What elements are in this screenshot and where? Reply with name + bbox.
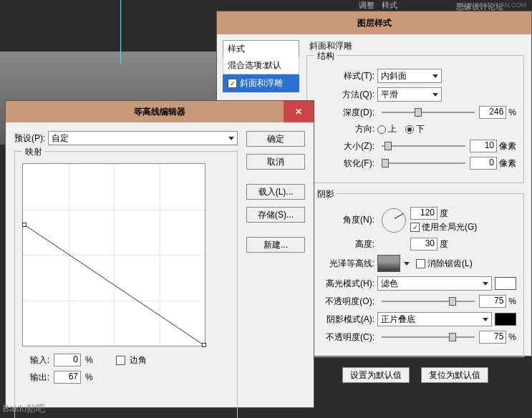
blend-options-item[interactable]: 混合选项:默认 [223,57,299,74]
ok-button[interactable]: 确定 [246,131,305,147]
shadow-color-swatch[interactable] [495,313,516,326]
size-label: 大小(Z): [314,140,377,152]
depth-slider[interactable] [382,108,475,117]
contour-canvas[interactable] [22,163,205,346]
depth-label: 深度(D): [314,107,377,119]
save-button[interactable]: 存储(S)... [246,207,305,223]
output-value[interactable]: 67 [54,371,81,384]
up-text: 上 [388,123,397,135]
watermark: Baidu贴吧 [3,402,45,415]
pct-2: % [508,296,516,306]
style-list-header[interactable]: 样式 [223,40,299,57]
depth-value[interactable]: 246 [479,106,506,119]
load-button[interactable]: 载入(L)... [246,184,305,200]
antialias-checkbox[interactable] [416,259,425,268]
shadow-opacity-value[interactable]: 75 [479,331,506,344]
highlight-opacity-slider[interactable] [382,297,475,306]
gloss-contour-label: 光泽等高线: [314,258,377,270]
cancel-button[interactable]: 取消 [246,154,305,170]
input-value[interactable]: 0 [54,354,81,366]
soften-slider[interactable] [382,159,465,167]
contour-curve [23,164,206,347]
altitude-value[interactable]: 30 [410,238,437,251]
input-label: 输入: [22,354,49,366]
angle-value[interactable]: 120 [410,207,437,220]
shadow-mode-select[interactable]: 正片叠底 [377,312,492,326]
bevel-emboss-item[interactable]: 斜面和浮雕 [223,74,299,92]
curve-point-end[interactable] [202,343,206,347]
size-slider[interactable] [382,142,465,150]
angle-label: 角度(N): [314,214,377,226]
guide-line [120,0,121,64]
direction-down-radio[interactable] [405,125,414,134]
shading-legend: 阴影 [314,188,337,200]
mapping-group: 映射 输入: 0 % 边角 [14,151,238,418]
pct-out: % [85,372,93,382]
shadow-opacity-slider[interactable] [382,333,475,341]
shadow-opacity-label: 不透明度(C): [314,331,377,344]
close-button[interactable]: ✕ [284,101,314,122]
structure-group: 结构 样式(T): 内斜面 方法(Q): 平滑 深度(D): 246 % 方向: [306,55,524,183]
highlight-mode-select[interactable]: 滤色 [377,276,492,291]
svg-line-0 [24,225,205,346]
structure-legend: 结构 [314,50,337,62]
px-1: 像素 [499,140,516,152]
style-tab[interactable]: 样式 [382,0,397,11]
pct-1: % [508,107,516,117]
panel-heading: 斜面和浮雕 [309,40,524,52]
antialias-label: 消除锯齿(L) [427,258,473,270]
deg-1: 度 [440,208,448,220]
shadow-mode-label: 阴影模式(A): [314,314,377,326]
shading-group: 阴影 角度(N): 120 度 使用全局光(G) [306,193,524,357]
px-2: 像素 [499,157,516,170]
layer-style-title: 图层样式 [217,11,531,34]
set-default-button[interactable]: 设置为默认值 [342,367,410,383]
contour-editor-title-text: 等高线编辑器 [134,106,185,118]
deg-2: 度 [440,238,448,251]
site-url: WWW.MISSYUAN.COM [456,1,526,9]
corner-label: 边角 [130,354,147,366]
contour-editor-dialog: 等高线编辑器 ✕ 预设(P): 自定 映射 [5,100,314,408]
technique-select[interactable]: 平滑 [377,87,442,102]
down-text: 下 [416,123,425,135]
highlight-mode-label: 高光模式(H): [314,278,377,290]
curve-point-start[interactable] [22,223,26,227]
bevel-checkbox[interactable] [228,79,237,88]
gloss-contour-swatch[interactable] [377,255,400,272]
global-light-checkbox[interactable] [410,223,420,232]
corner-checkbox[interactable] [116,356,125,365]
direction-label: 方向: [314,123,377,135]
pct-in: % [85,355,93,365]
close-icon: ✕ [295,107,302,117]
output-label: 输出: [22,371,49,384]
reset-default-button[interactable]: 复位为默认值 [421,367,488,383]
style-select[interactable]: 内斜面 [377,69,442,83]
highlight-opacity-label: 不透明度(O): [314,296,377,308]
adjust-tab[interactable]: 调整 [359,0,374,11]
preset-label: 预设(P): [14,132,45,145]
soften-label: 软化(F): [314,157,377,170]
highlight-color-swatch[interactable] [495,277,516,290]
soften-value[interactable]: 0 [470,157,497,170]
angle-control[interactable] [382,208,406,233]
technique-label: 方法(Q): [314,89,377,101]
bevel-label: 斜面和浮雕 [240,77,283,89]
mapping-legend: 映射 [22,146,45,158]
preset-select[interactable]: 自定 [48,131,238,145]
altitude-label: 高度: [314,238,377,251]
new-button[interactable]: 新建... [246,237,305,253]
size-value[interactable]: 10 [470,140,497,152]
highlight-opacity-value[interactable]: 75 [479,295,506,308]
pct-3: % [508,332,516,342]
direction-up-radio[interactable] [377,125,386,134]
contour-editor-title: 等高线编辑器 ✕ [6,101,314,122]
style-label: 样式(T): [314,70,377,82]
global-light-label: 使用全局光(G) [422,221,477,233]
